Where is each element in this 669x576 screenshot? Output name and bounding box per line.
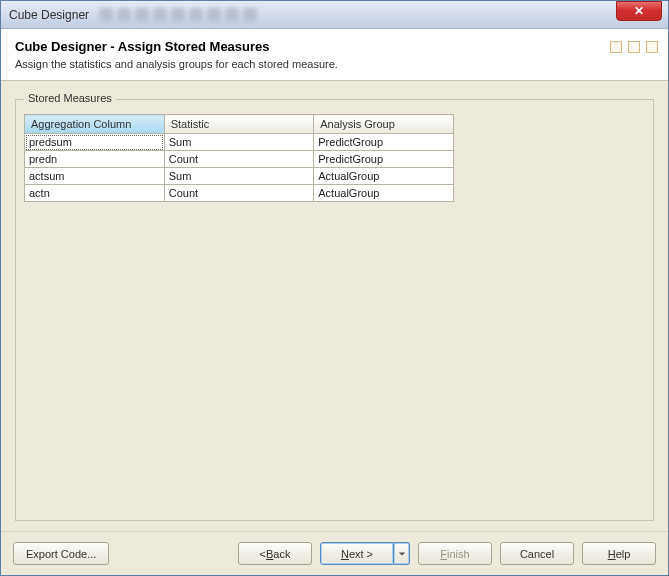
measures-table[interactable]: Aggregation Column Statistic Analysis Gr… (24, 114, 454, 202)
cancel-button[interactable]: Cancel (500, 542, 574, 565)
next-button-group: Next > (320, 542, 410, 565)
window-title: Cube Designer (9, 8, 89, 22)
table-cell[interactable]: actn (25, 185, 165, 202)
groupbox-label: Stored Measures (24, 92, 116, 104)
wizard-header: Cube Designer - Assign Stored Measures A… (1, 29, 668, 81)
table-row[interactable]: actnCountActualGroup (25, 185, 454, 202)
close-button[interactable]: ✕ (616, 1, 662, 21)
content-area: Stored Measures Aggregation Column Stati… (1, 81, 668, 531)
toolbar-blur (99, 8, 257, 22)
chevron-down-icon (398, 550, 406, 558)
table-cell[interactable]: Count (164, 151, 314, 168)
header-icon (628, 41, 640, 53)
header-icon (610, 41, 622, 53)
page-title: Cube Designer - Assign Stored Measures (15, 39, 654, 54)
table-cell[interactable]: ActualGroup (314, 168, 454, 185)
help-button[interactable]: Help (582, 542, 656, 565)
table-cell[interactable]: predsum (25, 134, 165, 151)
table-cell[interactable]: ActualGroup (314, 185, 454, 202)
stored-measures-group: Stored Measures Aggregation Column Stati… (15, 99, 654, 521)
table-cell[interactable]: Sum (164, 168, 314, 185)
table-header-row: Aggregation Column Statistic Analysis Gr… (25, 115, 454, 134)
col-analysis-group[interactable]: Analysis Group (314, 115, 454, 134)
finish-button: Finish (418, 542, 492, 565)
table-cell[interactable]: actsum (25, 168, 165, 185)
table-cell[interactable]: PredictGroup (314, 151, 454, 168)
table-row[interactable]: actsumSumActualGroup (25, 168, 454, 185)
header-icon-group (610, 41, 658, 53)
table-cell[interactable]: predn (25, 151, 165, 168)
next-dropdown-button[interactable] (394, 542, 410, 565)
header-icon (646, 41, 658, 53)
window-frame: Cube Designer ✕ Cube Designer - Assign S… (0, 0, 669, 576)
table-row[interactable]: prednCountPredictGroup (25, 151, 454, 168)
col-aggregation[interactable]: Aggregation Column (25, 115, 165, 134)
table-row[interactable]: predsumSumPredictGroup (25, 134, 454, 151)
wizard-footer: Export Code... < Back Next > Finish Canc… (1, 531, 668, 575)
col-statistic[interactable]: Statistic (164, 115, 314, 134)
close-icon: ✕ (634, 4, 644, 18)
table-cell[interactable]: PredictGroup (314, 134, 454, 151)
titlebar: Cube Designer ✕ (1, 1, 668, 29)
back-button[interactable]: < Back (238, 542, 312, 565)
table-cell[interactable]: Count (164, 185, 314, 202)
export-code-button[interactable]: Export Code... (13, 542, 109, 565)
page-description: Assign the statistics and analysis group… (15, 58, 654, 70)
table-cell[interactable]: Sum (164, 134, 314, 151)
next-button[interactable]: Next > (320, 542, 394, 565)
